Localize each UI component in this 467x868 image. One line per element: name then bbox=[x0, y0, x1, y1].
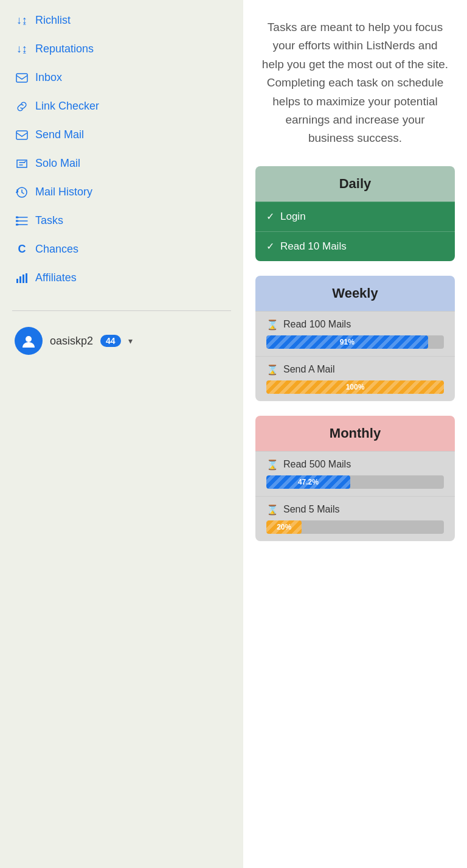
sidebar-item-send-mail[interactable]: Send Mail bbox=[0, 121, 243, 149]
daily-login-label: Login bbox=[280, 211, 306, 223]
affiliates-icon bbox=[15, 273, 29, 284]
sidebar-item-chances[interactable]: C Chances bbox=[0, 235, 243, 264]
dropdown-arrow-icon[interactable]: ▾ bbox=[128, 336, 133, 346]
weekly-read-100-item: ⌛ Read 100 Mails 91% bbox=[255, 311, 455, 356]
svg-rect-12 bbox=[26, 273, 27, 283]
sidebar-label-link-checker: Link Checker bbox=[35, 100, 99, 113]
weekly-send-mail-item: ⌛ Send A Mail 100% bbox=[255, 356, 455, 401]
monthly-send-5-progress-bar: 20% bbox=[266, 520, 444, 534]
send-mail-icon bbox=[15, 130, 29, 140]
hourglass-icon-1: ⌛ bbox=[266, 319, 278, 331]
user-avatar bbox=[15, 327, 43, 355]
weekly-send-mail-text: 100% bbox=[346, 383, 365, 391]
monthly-send-5-item: ⌛ Send 5 Mails 20% bbox=[255, 496, 455, 541]
sidebar-user: oasiskp2 44 ▾ bbox=[0, 317, 243, 365]
weekly-send-mail-label: ⌛ Send A Mail bbox=[266, 364, 444, 376]
link-checker-icon bbox=[15, 100, 29, 113]
weekly-send-mail-progress-bar: 100% bbox=[266, 380, 444, 394]
weekly-read-100-label: ⌛ Read 100 Mails bbox=[266, 319, 444, 331]
hourglass-icon-3: ⌛ bbox=[266, 459, 278, 471]
richlist-icon: ↓↨ bbox=[15, 14, 29, 27]
sidebar-item-link-checker[interactable]: Link Checker bbox=[0, 92, 243, 121]
monthly-read-500-fill: 47.2% bbox=[266, 475, 350, 489]
sidebar-item-tasks[interactable]: Tasks bbox=[0, 206, 243, 235]
svg-point-13 bbox=[26, 336, 32, 342]
monthly-task-card: Monthly ⌛ Read 500 Mails 47.2% ⌛ Send 5 … bbox=[255, 416, 455, 541]
chances-icon: C bbox=[15, 243, 29, 256]
mail-history-icon bbox=[15, 186, 29, 198]
check-icon-2: ✓ bbox=[266, 240, 274, 252]
monthly-header: Monthly bbox=[255, 416, 455, 451]
sidebar-label-tasks: Tasks bbox=[35, 214, 63, 227]
inbox-icon bbox=[15, 73, 29, 83]
weekly-send-mail-fill: 100% bbox=[266, 380, 444, 394]
svg-rect-1 bbox=[16, 131, 27, 139]
sidebar-item-richlist[interactable]: ↓↨ Richlist bbox=[0, 6, 243, 35]
sidebar-item-solo-mail[interactable]: Solo Mail bbox=[0, 149, 243, 178]
sidebar-label-solo-mail: Solo Mail bbox=[35, 157, 80, 170]
sidebar-item-inbox[interactable]: Inbox bbox=[0, 63, 243, 92]
weekly-read-100-fill: 91% bbox=[266, 335, 428, 349]
sidebar-label-inbox: Inbox bbox=[35, 71, 62, 84]
svg-rect-10 bbox=[19, 276, 21, 283]
solo-mail-icon bbox=[15, 158, 29, 170]
username: oasiskp2 bbox=[50, 335, 93, 348]
sidebar-divider bbox=[12, 310, 231, 311]
svg-rect-0 bbox=[16, 74, 27, 82]
monthly-send-5-label: ⌛ Send 5 Mails bbox=[266, 504, 444, 516]
monthly-send-5-text: 20% bbox=[277, 523, 291, 531]
daily-task-card: Daily ✓ Login ✓ Read 10 Mails bbox=[255, 166, 455, 261]
monthly-read-500-text: 47.2% bbox=[298, 478, 319, 486]
sidebar-item-reputations[interactable]: ↓↨ Reputations bbox=[0, 35, 243, 63]
sidebar-item-mail-history[interactable]: Mail History bbox=[0, 178, 243, 206]
daily-read-mails-item: ✓ Read 10 Mails bbox=[255, 231, 455, 261]
hourglass-icon-4: ⌛ bbox=[266, 504, 278, 516]
sidebar-label-send-mail: Send Mail bbox=[35, 128, 84, 141]
daily-read-mails-label: Read 10 Mails bbox=[280, 240, 347, 253]
svg-rect-11 bbox=[22, 275, 24, 283]
check-icon: ✓ bbox=[266, 211, 274, 222]
sidebar-label-mail-history: Mail History bbox=[35, 186, 92, 198]
weekly-task-card: Weekly ⌛ Read 100 Mails 91% ⌛ Send A Mai… bbox=[255, 276, 455, 401]
tasks-icon bbox=[15, 215, 29, 226]
sidebar-nav: ↓↨ Richlist ↓↨ Reputations Inbox bbox=[0, 6, 243, 304]
user-badge: 44 bbox=[100, 335, 121, 347]
weekly-header: Weekly bbox=[255, 276, 455, 311]
daily-login-item: ✓ Login bbox=[255, 201, 455, 231]
svg-rect-9 bbox=[16, 279, 18, 283]
monthly-read-500-progress-bar: 47.2% bbox=[266, 475, 444, 489]
sidebar-item-affiliates[interactable]: Affiliates bbox=[0, 264, 243, 292]
weekly-read-100-progress-bar: 91% bbox=[266, 335, 444, 349]
hourglass-icon-2: ⌛ bbox=[266, 364, 278, 376]
daily-header: Daily bbox=[255, 166, 455, 201]
monthly-read-500-item: ⌛ Read 500 Mails 47.2% bbox=[255, 451, 455, 496]
sidebar-label-affiliates: Affiliates bbox=[35, 271, 77, 284]
reputations-icon: ↓↨ bbox=[15, 43, 29, 55]
sidebar-label-chances: Chances bbox=[35, 243, 78, 256]
monthly-send-5-fill: 20% bbox=[266, 520, 302, 534]
sidebar-label-reputations: Reputations bbox=[35, 43, 94, 55]
sidebar: ↓↨ Richlist ↓↨ Reputations Inbox bbox=[0, 0, 243, 868]
main-content: Tasks are meant to help you focus your e… bbox=[243, 0, 467, 868]
tasks-description: Tasks are meant to help you focus your e… bbox=[255, 12, 455, 166]
sidebar-label-richlist: Richlist bbox=[35, 14, 71, 27]
weekly-read-100-text: 91% bbox=[340, 338, 355, 346]
monthly-read-500-label: ⌛ Read 500 Mails bbox=[266, 459, 444, 471]
